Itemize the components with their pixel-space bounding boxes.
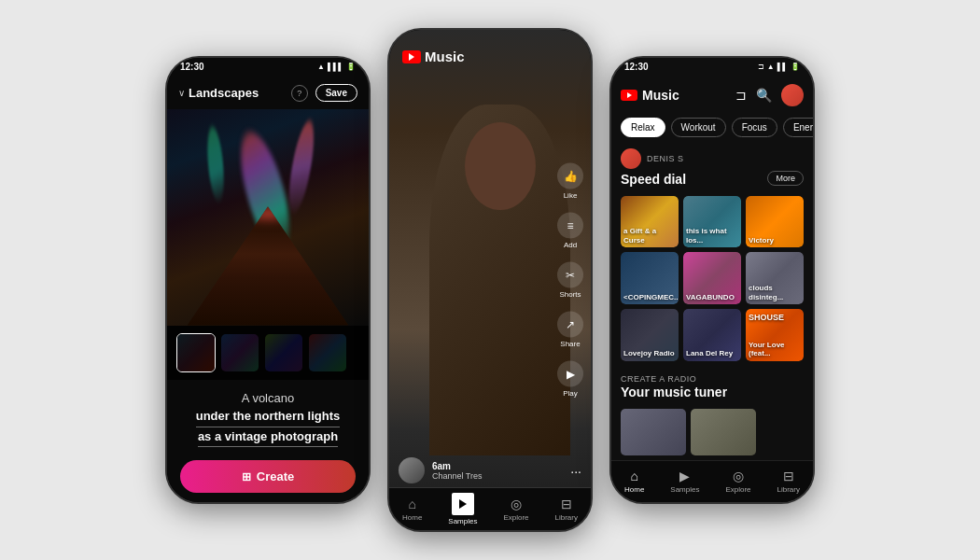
card-clouds[interactable]: clouds disinteg... bbox=[746, 252, 804, 304]
search-button[interactable]: 🔍 bbox=[756, 88, 772, 103]
card-img-9: SHOUSE Your Love (feat... bbox=[746, 309, 804, 361]
p3-music-label: Music bbox=[642, 88, 679, 103]
chip-relax[interactable]: Relax bbox=[621, 118, 665, 137]
channel-name: Channel Tres bbox=[432, 471, 483, 481]
more-options-button[interactable]: ··· bbox=[570, 464, 581, 479]
p3-nav-home[interactable]: ⌂ Home bbox=[624, 469, 644, 494]
speed-dial-title: Speed dial bbox=[621, 172, 686, 187]
samples-nav-label: Samples bbox=[448, 517, 477, 525]
card-label-5: VAGABUNDO bbox=[686, 293, 738, 302]
thumbnail-2[interactable] bbox=[220, 333, 259, 372]
chevron-down-icon[interactable]: ∨ bbox=[178, 88, 185, 98]
status-icons-1: ▲ ▌▌▌ 🔋 bbox=[317, 63, 356, 71]
share-icon: ↗ bbox=[557, 312, 583, 338]
card-img-8: Lana Del Rey bbox=[683, 309, 741, 361]
p3-samples-label: Samples bbox=[670, 485, 699, 494]
card-coping[interactable]: <COPINGMEC... bbox=[621, 252, 679, 304]
card-lana[interactable]: Lana Del Rey bbox=[683, 309, 741, 361]
share-label: Share bbox=[560, 340, 580, 348]
p3-library-label: Library bbox=[777, 485, 800, 494]
phone-1: 12:30 ▲ ▌▌▌ 🔋 ∨ Landscapes ? Save bbox=[165, 56, 371, 504]
phone-2: Music 👍 Like ≡ Add ✂ Shorts ↗ Share ▶ bbox=[387, 28, 593, 532]
p3-nav-explore[interactable]: ◎ Explore bbox=[725, 469, 750, 494]
signal-icon: ▌▌▌ bbox=[328, 63, 343, 71]
p3-mood-chips: Relax Workout Focus Energize bbox=[611, 114, 813, 145]
explore-nav-label: Explore bbox=[503, 513, 528, 522]
p3-music-grid: a Gift & a Curse this is what los... Vic… bbox=[611, 190, 813, 367]
p2-nav-explore[interactable]: ◎ Explore bbox=[503, 497, 528, 522]
p1-header-icons: ? Save bbox=[291, 84, 357, 102]
thumbnail-1[interactable] bbox=[176, 333, 216, 372]
card-img-5: VAGABUNDO bbox=[683, 252, 741, 304]
card-lovejoy[interactable]: Lovejoy Radio bbox=[621, 309, 679, 361]
wifi-icon-3: ▲ bbox=[767, 63, 775, 71]
p2-nav-home[interactable]: ⌂ Home bbox=[402, 497, 422, 522]
thumbnail-4[interactable] bbox=[308, 333, 347, 372]
help-icon[interactable]: ? bbox=[291, 85, 308, 102]
p3-nav-samples[interactable]: ▶ Samples bbox=[670, 469, 699, 494]
p2-nav-library[interactable]: ⊟ Library bbox=[555, 497, 578, 522]
card-gift-curse[interactable]: a Gift & a Curse bbox=[621, 196, 679, 248]
card-this-is-what[interactable]: this is what los... bbox=[683, 196, 741, 248]
p3-samples-icon: ▶ bbox=[679, 469, 690, 483]
create-button[interactable]: ⊞ Create bbox=[180, 460, 356, 493]
user-label: DENIS S bbox=[647, 154, 684, 163]
yt-play-triangle bbox=[409, 53, 414, 61]
yt-music-label: Music bbox=[425, 49, 465, 64]
p1-title-row: ∨ Landscapes bbox=[178, 86, 259, 100]
card-label-6: clouds disinteg... bbox=[749, 284, 801, 301]
yt-play-icon bbox=[402, 50, 421, 63]
add-action[interactable]: ≡ Add bbox=[557, 213, 583, 249]
cast-button[interactable]: ⊐ bbox=[735, 88, 747, 103]
signal-icon-3: ▌▌ bbox=[777, 63, 788, 71]
prompt-text: A volcano under the northern lights as a… bbox=[180, 389, 356, 448]
home-nav-label: Home bbox=[402, 513, 422, 522]
channel-time: 6am bbox=[432, 461, 483, 471]
more-button[interactable]: More bbox=[767, 171, 804, 186]
cast-icon: ⊐ bbox=[758, 63, 764, 71]
samples-play-triangle bbox=[459, 499, 467, 509]
p3-play-icon bbox=[621, 90, 637, 101]
volcano-shape bbox=[188, 206, 349, 325]
p3-home-icon: ⌂ bbox=[630, 469, 637, 483]
chip-workout[interactable]: Workout bbox=[671, 118, 726, 137]
p3-nav-library[interactable]: ⊟ Library bbox=[777, 469, 800, 494]
p2-nav: ⌂ Home Samples ◎ Explore ⊟ Library bbox=[389, 487, 591, 530]
card-your-love[interactable]: SHOUSE Your Love (feat... bbox=[746, 309, 804, 361]
shorts-action[interactable]: ✂ Shorts bbox=[557, 262, 583, 299]
like-action[interactable]: 👍 Like bbox=[557, 163, 583, 200]
radio-card-2[interactable] bbox=[691, 409, 756, 455]
phone-3: 12:30 ⊐ ▲ ▌▌ 🔋 Music ⊐ 🔍 bbox=[609, 56, 815, 504]
p3-home-label: Home bbox=[624, 485, 644, 494]
card-label-3: Victory bbox=[749, 236, 801, 245]
user-avatar[interactable] bbox=[781, 84, 804, 106]
thumbnail-3[interactable] bbox=[264, 333, 303, 372]
chip-energize[interactable]: Energize bbox=[783, 118, 813, 137]
save-button[interactable]: Save bbox=[315, 84, 357, 102]
like-icon: 👍 bbox=[557, 163, 583, 189]
share-action[interactable]: ↗ Share bbox=[557, 312, 583, 348]
battery-icon-3: 🔋 bbox=[791, 63, 800, 71]
card-vagabundo[interactable]: VAGABUNDO bbox=[683, 252, 741, 304]
status-icons-3: ⊐ ▲ ▌▌ 🔋 bbox=[758, 63, 800, 71]
p3-explore-label: Explore bbox=[725, 485, 750, 494]
aurora-purple bbox=[284, 119, 318, 215]
card-img-1: a Gift & a Curse bbox=[621, 196, 679, 248]
create-icon: ⊞ bbox=[242, 470, 251, 483]
card-victory[interactable]: Victory bbox=[746, 196, 804, 248]
add-icon: ≡ bbox=[557, 213, 583, 239]
add-label: Add bbox=[564, 241, 577, 249]
landscapes-title: Landscapes bbox=[189, 86, 259, 100]
phone-2-screen: Music 👍 Like ≡ Add ✂ Shorts ↗ Share ▶ bbox=[389, 30, 591, 530]
battery-icon: 🔋 bbox=[346, 63, 356, 71]
p2-header: Music bbox=[389, 30, 591, 72]
p2-nav-samples[interactable]: Samples bbox=[448, 493, 477, 525]
p3-radio-cards bbox=[611, 403, 813, 460]
yt-music-logo: Music bbox=[402, 49, 465, 64]
chip-focus[interactable]: Focus bbox=[732, 118, 777, 137]
denis-avatar bbox=[621, 148, 641, 169]
card-label-9-top: SHOUSE bbox=[749, 313, 801, 323]
create-label: Create bbox=[257, 469, 294, 483]
radio-card-1[interactable] bbox=[621, 409, 686, 455]
play-action[interactable]: ▶ Play bbox=[557, 361, 583, 398]
